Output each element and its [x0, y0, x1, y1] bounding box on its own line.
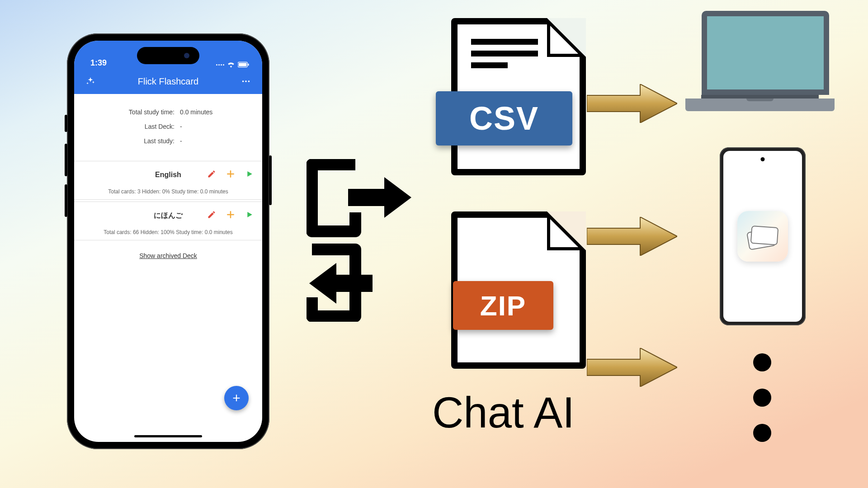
deck-card[interactable]: にほんご Total cards: 66 Hidden: 100% Study … — [74, 202, 262, 240]
svg-rect-2 — [248, 64, 249, 66]
ellipsis-vertical-icon — [753, 353, 771, 459]
edit-icon[interactable] — [207, 169, 216, 180]
deck-title: English — [137, 171, 199, 179]
show-archived-link[interactable]: Show archived Deck — [74, 252, 262, 259]
svg-point-4 — [245, 80, 247, 82]
cellular-icon — [216, 64, 224, 66]
svg-marker-19 — [587, 217, 677, 256]
battery-icon — [238, 61, 250, 68]
sparkle-icon[interactable] — [82, 76, 99, 86]
svg-marker-20 — [587, 348, 677, 387]
phone-notch — [137, 47, 199, 64]
phone-volume-up — [65, 144, 67, 176]
phone-icon — [720, 147, 806, 325]
stat-total-study-value: 0.0 minutes — [180, 108, 230, 116]
arrow-icon — [587, 348, 677, 387]
arrow-icon — [587, 84, 677, 123]
home-indicator — [134, 435, 202, 437]
deck-meta: Total cards: 66 Hidden: 100% Study time:… — [83, 229, 253, 235]
svg-point-3 — [242, 80, 244, 82]
deck-card[interactable]: English Total cards: 3 Hidden: 0% Study … — [74, 161, 262, 200]
stat-last-study-value: - — [180, 137, 230, 145]
phone-mockup: 1:39 Flick Flashcard Total study t — [67, 33, 269, 449]
add-icon[interactable] — [226, 169, 235, 180]
wifi-icon — [227, 61, 235, 68]
play-icon[interactable] — [245, 211, 253, 221]
laptop-icon — [702, 11, 835, 111]
phone-volume-down — [65, 184, 67, 217]
phone-power-button — [269, 155, 272, 205]
stats-block: Total study time: 0.0 minutes Last Deck:… — [74, 94, 262, 161]
svg-rect-22 — [751, 226, 778, 245]
svg-marker-11 — [384, 177, 411, 218]
add-icon[interactable] — [226, 210, 235, 221]
more-icon[interactable] — [238, 76, 254, 86]
csv-label: CSV — [436, 91, 572, 145]
svg-rect-10 — [348, 189, 386, 206]
zip-label: ZIP — [453, 281, 553, 330]
arrow-icon — [587, 217, 677, 256]
csv-file-icon: CSV — [451, 18, 586, 175]
stat-total-study-label: Total study time: — [107, 108, 175, 116]
stat-last-deck-label: Last Deck: — [107, 123, 175, 130]
edit-icon[interactable] — [207, 210, 216, 221]
deck-meta: Total cards: 3 Hidden: 0% Study time: 0.… — [83, 188, 253, 195]
svg-marker-18 — [587, 84, 677, 123]
svg-rect-1 — [239, 63, 247, 66]
svg-rect-12 — [335, 275, 373, 292]
app-bar: Flick Flashcard — [74, 69, 262, 94]
export-import-icon — [307, 159, 415, 324]
phone-side-button — [65, 115, 67, 132]
stat-last-study-label: Last study: — [107, 137, 175, 145]
svg-point-5 — [248, 80, 250, 82]
add-deck-fab[interactable]: + — [224, 386, 249, 410]
play-icon[interactable] — [245, 170, 253, 180]
status-time: 1:39 — [90, 58, 107, 68]
chat-ai-label: Chat AI — [432, 388, 575, 437]
flashcard-app-icon — [737, 211, 788, 262]
deck-title: にほんご — [137, 211, 199, 221]
app-title: Flick Flashcard — [138, 76, 198, 87]
zip-file-icon: ZIP — [451, 211, 586, 369]
stat-last-deck-value: - — [180, 123, 230, 130]
